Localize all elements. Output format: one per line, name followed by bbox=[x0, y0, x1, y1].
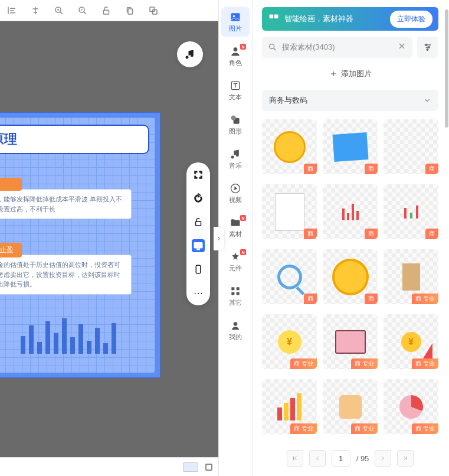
search-input[interactable]: 搜索素材(3403) bbox=[262, 37, 412, 58]
asset-item[interactable]: 商 bbox=[262, 184, 317, 239]
nav-widget[interactable]: 元件 bbox=[221, 247, 250, 276]
asset-item[interactable]: 商 bbox=[384, 119, 438, 174]
unlock-button[interactable] bbox=[99, 4, 113, 18]
add-image-label: 添加图片 bbox=[341, 69, 372, 79]
ai-icon bbox=[268, 13, 280, 25]
promo-cta-button[interactable]: 立即体验 bbox=[390, 11, 432, 28]
page-input[interactable] bbox=[332, 450, 350, 467]
copy-button[interactable] bbox=[123, 4, 137, 18]
svg-point-24 bbox=[270, 44, 274, 49]
asset-item[interactable]: 商 bbox=[384, 184, 438, 239]
nav-shape[interactable]: 图形 bbox=[221, 110, 250, 139]
page-total: / 95 bbox=[356, 454, 369, 463]
nav-mine[interactable]: 我的 bbox=[221, 315, 250, 345]
display-mode-button[interactable] bbox=[192, 239, 205, 252]
rotate-button[interactable] bbox=[192, 192, 205, 205]
page-next-button[interactable] bbox=[375, 450, 391, 467]
align-left-button[interactable] bbox=[5, 4, 19, 18]
bar-chart-graphic[interactable] bbox=[0, 318, 153, 354]
page-prev-button[interactable] bbox=[309, 450, 326, 467]
lock-button[interactable] bbox=[192, 216, 205, 229]
page-first-button[interactable] bbox=[287, 450, 303, 467]
canvas-artboard[interactable]: 原理 · 理，能够发挥降低摔低成本平滑波 单期投入不宜设置过高，不利于长 及时止… bbox=[0, 112, 160, 378]
asset-item[interactable]: 商 专业 bbox=[384, 249, 438, 304]
svg-rect-8 bbox=[197, 249, 200, 250]
scrollbar[interactable] bbox=[444, 0, 449, 476]
scrollbar-thumb[interactable] bbox=[445, 9, 448, 128]
plus-icon bbox=[329, 70, 337, 78]
canvas-toolbar bbox=[0, 0, 218, 21]
new-badge-icon bbox=[240, 44, 246, 50]
new-badge-icon bbox=[240, 215, 246, 221]
svg-point-11 bbox=[233, 15, 235, 17]
more-button[interactable]: ⋯ bbox=[192, 286, 205, 299]
new-badge-icon bbox=[240, 249, 246, 255]
svg-rect-18 bbox=[237, 287, 240, 290]
svg-rect-17 bbox=[231, 287, 234, 290]
fullscreen-button[interactable] bbox=[192, 168, 205, 181]
clone-button[interactable] bbox=[146, 4, 160, 18]
music-button[interactable] bbox=[177, 41, 203, 67]
nav-other[interactable]: 其它 bbox=[221, 281, 250, 311]
asset-item[interactable]: ¥商 专业 bbox=[384, 314, 438, 369]
svg-rect-19 bbox=[231, 292, 234, 295]
nav-video[interactable]: 视频 bbox=[221, 178, 250, 208]
asset-item[interactable]: 商 专业 bbox=[262, 379, 317, 434]
slide-thumbnail[interactable] bbox=[183, 462, 198, 472]
slide-tag-1[interactable]: · bbox=[0, 178, 22, 191]
pagination: / 95 bbox=[262, 446, 438, 470]
svg-rect-6 bbox=[196, 221, 201, 226]
nav-music[interactable]: 音乐 bbox=[221, 144, 250, 174]
zoom-out-button[interactable] bbox=[76, 4, 90, 18]
filter-button[interactable] bbox=[417, 37, 438, 58]
svg-rect-7 bbox=[194, 243, 202, 248]
floating-tools: ⋯ bbox=[186, 162, 210, 305]
svg-rect-10 bbox=[231, 13, 240, 21]
chevron-down-icon bbox=[423, 96, 431, 105]
align-center-button[interactable] bbox=[28, 4, 42, 18]
nav-text[interactable]: 文本 bbox=[221, 76, 250, 105]
asset-item[interactable]: ¥商 专业 bbox=[262, 314, 317, 369]
slide-tag-2[interactable]: 及时止盈 bbox=[0, 243, 22, 257]
asset-item[interactable]: 商 bbox=[262, 249, 317, 304]
asset-item[interactable]: 商 专业 bbox=[384, 379, 438, 434]
mobile-mode-button[interactable] bbox=[192, 263, 205, 276]
slide-text-2[interactable]: 基金的估值处于历史估值的高位时，投资者可以考虑卖出它，设置投资目标，达到该目标时… bbox=[0, 255, 132, 295]
svg-rect-9 bbox=[196, 265, 201, 273]
svg-rect-3 bbox=[128, 9, 133, 14]
panel-expand-handle[interactable] bbox=[214, 227, 224, 250]
canvas-bottombar bbox=[0, 457, 218, 476]
svg-rect-2 bbox=[104, 10, 109, 14]
asset-item[interactable]: 商 bbox=[323, 249, 378, 304]
asset-item[interactable]: 商 bbox=[323, 184, 378, 239]
slide-title[interactable]: 原理 bbox=[0, 125, 149, 154]
svg-rect-23 bbox=[274, 15, 278, 19]
view-toggle-icon[interactable] bbox=[205, 464, 212, 471]
page-last-button[interactable] bbox=[397, 450, 414, 467]
promo-text: 智能绘画，素材神器 bbox=[284, 14, 385, 24]
search-icon bbox=[268, 43, 277, 52]
svg-rect-22 bbox=[270, 15, 274, 19]
nav-character[interactable]: 角色 bbox=[221, 41, 250, 71]
svg-point-12 bbox=[234, 47, 238, 51]
nav-assets[interactable]: 素材 bbox=[221, 213, 250, 242]
ai-promo-banner[interactable]: 智能绘画，素材神器 立即体验 bbox=[262, 7, 438, 31]
svg-rect-20 bbox=[237, 292, 240, 295]
zoom-in-button[interactable] bbox=[52, 4, 66, 18]
category-select[interactable]: 商务与数码 bbox=[262, 90, 438, 111]
search-placeholder: 搜索素材(3403) bbox=[282, 42, 392, 53]
asset-item[interactable]: 商 专业 bbox=[323, 379, 378, 434]
svg-point-21 bbox=[234, 322, 238, 326]
category-label: 商务与数码 bbox=[269, 95, 307, 106]
asset-item[interactable]: 商 bbox=[323, 119, 378, 174]
clear-search-button[interactable] bbox=[397, 41, 407, 53]
asset-grid: 商 商 商 商 商 商 商 商 商 专业 ¥商 专业 商 专业 ¥商 专业 商 … bbox=[262, 117, 438, 441]
canvas-area: 原理 · 理，能够发挥降低摔低成本平滑波 单期投入不宜设置过高，不利于长 及时止… bbox=[0, 0, 218, 476]
slide-text-1[interactable]: 理，能够发挥降低摔低成本平滑波 单期投入不宜设置过高，不利于长 bbox=[0, 189, 132, 219]
asset-panel: 智能绘画，素材神器 立即体验 搜索素材(3403) 添加图片 商务与数码 商 商… bbox=[253, 0, 449, 476]
svg-point-15 bbox=[231, 115, 236, 120]
asset-item[interactable]: 商 bbox=[262, 119, 317, 174]
nav-image[interactable]: 图片 bbox=[221, 7, 250, 37]
add-image-button[interactable]: 添加图片 bbox=[262, 64, 438, 84]
asset-item[interactable]: 商 专业 bbox=[323, 314, 378, 369]
